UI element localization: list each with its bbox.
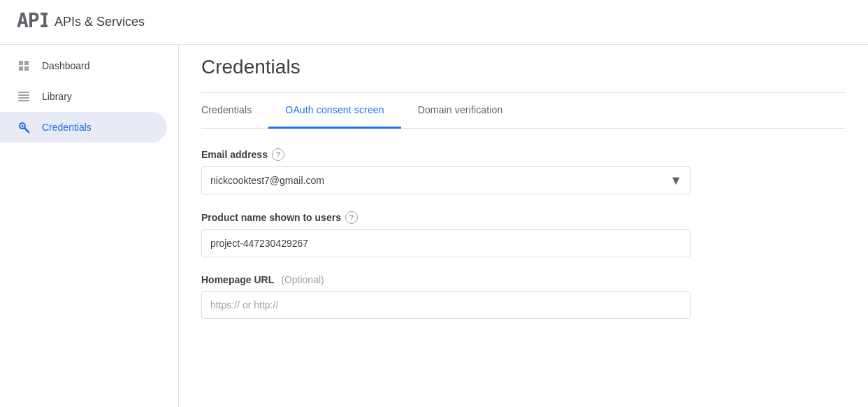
form-section: Email address ? nickcooktest7@gmail.com … [201,148,690,319]
homepage-url-input[interactable] [201,291,690,319]
email-select-wrapper: nickcooktest7@gmail.com ▼ [201,166,690,194]
header: API APIs & Services [0,0,868,45]
sidebar-item-dashboard[interactable]: Dashboard [0,50,167,81]
homepage-url-label: Homepage URL (Optional) [201,274,690,285]
page-title: Credentials [201,45,846,93]
credentials-icon [17,120,31,134]
main-content: Credentials Credentials OAuth consent sc… [179,45,868,407]
app-logo: API APIs & Services [17,8,145,37]
app-name: APIs & Services [55,15,145,29]
homepage-url-form-group: Homepage URL (Optional) [201,274,690,319]
svg-rect-3 [18,97,29,99]
sidebar-item-dashboard-label: Dashboard [42,60,90,71]
product-name-input[interactable] [201,229,690,257]
product-name-help-icon[interactable]: ? [345,211,358,224]
email-form-group: Email address ? nickcooktest7@gmail.com … [201,148,690,194]
sidebar-item-credentials[interactable]: Credentials [0,112,167,143]
email-select[interactable]: nickcooktest7@gmail.com [201,166,690,194]
library-icon [17,90,31,103]
svg-point-7 [22,125,24,127]
api-logo-text: API [17,8,48,37]
email-help-icon[interactable]: ? [272,148,284,161]
product-name-label: Product name shown to users ? [201,211,690,224]
product-name-form-group: Product name shown to users ? [201,211,690,257]
email-label: Email address ? [201,148,690,161]
homepage-url-optional: (Optional) [281,274,324,285]
tab-oauth[interactable]: OAuth consent screen [268,93,400,129]
sidebar-item-library[interactable]: Library [0,81,167,112]
dashboard-icon [17,59,31,73]
sidebar: Dashboard Library Credentia [0,45,179,407]
tab-credentials[interactable]: Credentials [201,93,268,129]
svg-rect-1 [18,92,29,93]
sidebar-item-credentials-label: Credentials [42,122,92,133]
svg-line-6 [24,128,29,133]
tab-domain[interactable]: Domain verification [401,93,520,129]
sidebar-item-library-label: Library [42,91,72,102]
svg-rect-4 [18,100,29,101]
svg-rect-2 [18,94,29,96]
tabs: Credentials OAuth consent screen Domain … [201,93,846,129]
svg-text:API: API [17,9,48,32]
layout: Dashboard Library Credentia [0,45,868,407]
